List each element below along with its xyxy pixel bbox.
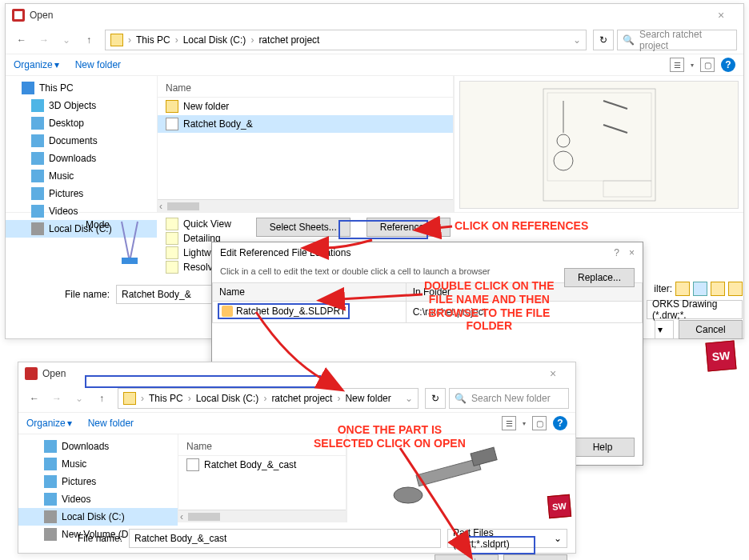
annotation-1: CLICK ON REFERENCES <box>455 219 588 233</box>
chevron-down-icon[interactable]: ⌄ <box>573 34 581 46</box>
column-header[interactable]: Name <box>158 79 453 98</box>
file-list: Name New folder Ratchet Body_& ‹ <box>158 76 454 212</box>
sw-logo: SW <box>548 495 571 518</box>
tree-item[interactable]: Local Disk (C:) <box>18 508 178 526</box>
toolbar: Organize ▾ New folder ☰ ▾ ▢ ? <box>18 412 575 434</box>
filetype-dropdown[interactable]: Part Files (*.prt;*.sldprt)⌄ <box>447 529 567 548</box>
breadcrumb[interactable]: › This PC › Local Disk (C:) › ratchet pr… <box>118 388 419 409</box>
filetype-dropdown[interactable]: ORKS Drawing (*.drw;*. <box>647 300 743 319</box>
back-button[interactable]: ← <box>25 389 44 408</box>
svg-point-4 <box>557 134 570 147</box>
help-button[interactable]: ? <box>721 58 735 72</box>
preview-toggle[interactable]: ▢ <box>700 58 715 72</box>
refresh-button[interactable]: ↻ <box>593 30 614 50</box>
back-button[interactable]: ← <box>12 30 31 50</box>
tree-item[interactable]: 3D Objects <box>6 97 157 114</box>
help-icon[interactable]: ? <box>614 247 619 258</box>
references-button[interactable]: References... <box>366 218 451 237</box>
cancel-button[interactable]: Cancel <box>679 320 743 339</box>
svg-point-5 <box>554 151 573 170</box>
new-folder-button[interactable]: New folder <box>75 59 121 70</box>
forward-button[interactable]: → <box>34 30 54 50</box>
view-menu[interactable]: ☰ <box>502 416 516 430</box>
breadcrumb-part[interactable]: This PC <box>136 34 170 46</box>
organize-menu[interactable]: Organize ▾ <box>14 59 59 70</box>
svg-line-7 <box>603 125 627 133</box>
filename-input[interactable] <box>129 529 441 548</box>
breadcrumb-part[interactable]: New folder <box>345 393 391 404</box>
chevron-down-icon[interactable]: ⌄ <box>405 393 413 404</box>
window-title: Open <box>30 10 705 21</box>
replace-button[interactable]: Replace... <box>564 268 635 287</box>
filter-icon[interactable] <box>728 282 743 296</box>
annotation-2: DOUBLE CLICK ON THE FILE NAME AND THEN B… <box>424 279 555 333</box>
recent-button[interactable]: ⌄ <box>70 389 89 408</box>
search-input[interactable]: 🔍 Search New folder <box>449 388 569 409</box>
navbar: ← → ⌄ ↑ › This PC › Local Disk (C:) › ra… <box>18 385 575 412</box>
chevron-down-icon: ▾ <box>691 62 694 69</box>
help-button[interactable]: Help <box>571 438 635 457</box>
scrollbar[interactable]: ‹ <box>178 510 346 522</box>
breadcrumb[interactable]: › This PC › Local Disk (C:) › ratchet pr… <box>105 30 587 50</box>
mode-label: Mode <box>14 218 110 230</box>
preview-toggle[interactable]: ▢ <box>532 416 547 430</box>
filter-icon[interactable] <box>711 282 725 296</box>
breadcrumb-part[interactable]: This PC <box>149 393 183 404</box>
bottom-buttons-strip: ▾ Cancel <box>655 320 743 339</box>
filetype-strip: ORKS Drawing (*.drw;*. <box>647 300 743 319</box>
open-split-button[interactable]: ▾ <box>655 320 674 339</box>
tree-item[interactable]: Pictures <box>6 185 157 202</box>
view-menu[interactable]: ☰ <box>670 58 684 72</box>
new-folder-button[interactable]: New folder <box>88 418 134 429</box>
titlebar: Open × <box>18 362 575 385</box>
navbar: ← → ⌄ ↑ › This PC › Local Disk (C:) › ra… <box>6 26 743 54</box>
part-icon <box>222 306 233 317</box>
forward-button[interactable]: → <box>47 389 66 408</box>
breadcrumb-part[interactable]: Local Disk (C:) <box>183 34 246 46</box>
open-button[interactable]: Open▾ <box>435 554 499 560</box>
search-icon: 🔍 <box>623 34 635 46</box>
help-button[interactable]: ? <box>553 416 567 430</box>
select-sheets-button[interactable]: Select Sheets... <box>256 218 350 237</box>
file-item[interactable]: Ratchet Body_& <box>158 115 453 133</box>
annotation-3: ONCE THE PART IS SELECTED CLICK ON OPEN <box>314 423 466 450</box>
search-icon: 🔍 <box>455 393 467 404</box>
mode-quickview[interactable]: Quick View <box>166 218 232 230</box>
tree-item[interactable]: Downloads <box>18 438 178 455</box>
sw-logo: SW <box>707 342 735 370</box>
svg-rect-1 <box>543 89 655 201</box>
tree-item[interactable]: Downloads <box>6 150 157 167</box>
organize-menu[interactable]: Organize ▾ <box>26 418 72 429</box>
titlebar: Open × <box>6 4 743 26</box>
breadcrumb-part[interactable]: ratchet project <box>271 393 332 404</box>
tree-item[interactable]: Desktop <box>6 114 157 132</box>
tree-item[interactable]: Music <box>6 167 157 185</box>
nav-tree: This PC 3D Objects Desktop Documents Dow… <box>6 76 158 212</box>
breadcrumb-part[interactable]: Local Disk (C:) <box>196 393 259 404</box>
tree-item[interactable]: Documents <box>6 132 157 150</box>
tree-item[interactable]: Videos <box>18 490 178 508</box>
filter-icon[interactable] <box>675 282 690 296</box>
svg-rect-9 <box>122 258 138 264</box>
tree-item[interactable]: Pictures <box>18 473 178 490</box>
up-button[interactable]: ↑ <box>79 30 98 50</box>
close-icon[interactable]: × <box>629 247 635 258</box>
cancel-button[interactable]: Cancel <box>503 554 567 560</box>
column-name[interactable]: Name <box>213 283 407 302</box>
search-input[interactable]: 🔍 Search ratchet project <box>617 30 737 50</box>
tree-item[interactable]: This PC <box>6 79 157 97</box>
filename-label: File name: <box>14 289 110 300</box>
file-item[interactable]: New folder <box>158 98 453 115</box>
file-item[interactable]: Ratchet Body_&_cast <box>178 456 346 474</box>
up-button[interactable]: ↑ <box>92 389 111 408</box>
open-dialog-2: Open × ← → ⌄ ↑ › This PC › Local Disk (C… <box>18 362 576 554</box>
scrollbar[interactable]: ‹ <box>158 199 453 212</box>
close-button[interactable]: × <box>705 9 737 22</box>
close-button[interactable]: × <box>537 367 569 380</box>
tree-item[interactable]: Music <box>18 455 178 473</box>
folder-icon <box>123 392 136 405</box>
refresh-button[interactable]: ↻ <box>425 388 446 409</box>
filter-icon[interactable] <box>693 282 707 296</box>
recent-button[interactable]: ⌄ <box>57 30 76 50</box>
breadcrumb-part[interactable]: ratchet project <box>258 34 319 46</box>
